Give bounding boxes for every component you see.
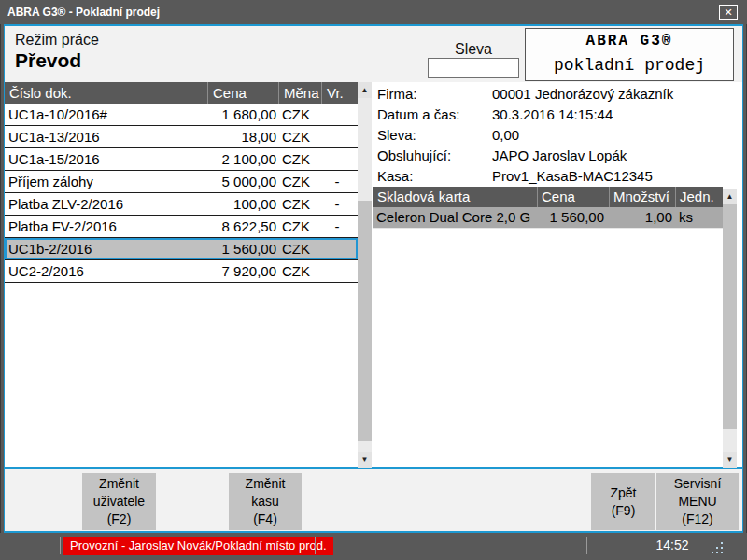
column-header-doc: Číslo dok. [5,82,207,104]
logo-line1: ABRA G3® [526,33,733,49]
documents-scrollbar[interactable]: ▲ ▼ [358,82,372,468]
scrollbar-thumb[interactable] [723,204,737,429]
table-row[interactable]: UC2-2/2016 7 920,00 CZK [5,260,358,283]
status-bar: Provozní - Jaroslav Novák/Pokladní místo… [0,533,747,560]
documents-table-header: Číslo dok. Cena Měna Vr. [5,82,358,104]
scrollbar-thumb[interactable] [358,201,372,441]
column-header-item-price: Cena [537,187,609,207]
title-bar[interactable]: ABRA G3® - Pokladní prodej ✕ [0,0,747,24]
column-header-unit: Jedn. [675,187,723,207]
table-row-selected[interactable]: UC1b-2/2016 1 560,00 CZK [5,238,358,260]
table-row[interactable]: Příjem zálohy 5 000,00 CZK - [5,171,358,193]
table-row[interactable]: UC1a-13/2016 18,00 CZK [5,126,358,148]
info-row-register: Kasa: Prov1_KasaB-MAC12345 [374,166,723,187]
app-logo: ABRA G3® pokladní prodej [525,28,734,81]
app-window: ABRA G3® - Pokladní prodej ✕ Režim práce… [0,0,747,560]
status-divider [641,537,641,554]
panel-divider-horizontal [5,467,742,469]
discount-input[interactable] [428,58,519,78]
column-header-vr: Vr. [321,82,358,104]
close-icon[interactable]: ✕ [719,5,738,20]
items-table-header: Skladová karta Cena Množství Jedn. [374,187,723,207]
frame-border-right [742,24,743,533]
resize-grip-icon[interactable] [721,542,723,544]
change-register-button[interactable]: Změnit kasu (F4) [229,473,302,530]
column-header-currency: Měna [278,82,321,104]
table-row[interactable]: Platba FV-2/2016 8 622,50 CZK - [5,216,358,238]
info-row-datetime: Datum a čas: 30.3.2016 14:15:44 [374,105,723,125]
column-header-quantity: Množství [609,187,675,207]
scroll-up-icon[interactable]: ▲ [723,189,737,204]
info-row-firma: Firma: 00001 Jednorázový zákazník [374,84,723,105]
logo-line2: pokladní prodej [526,56,733,75]
column-header-card: Skladová karta [374,187,537,207]
discount-label: Sleva [428,41,519,58]
window-title: ABRA G3® - Pokladní prodej [7,0,160,24]
change-user-button[interactable]: Změnit uživatele (F2) [82,473,156,530]
scroll-up-icon[interactable]: ▲ [358,82,372,98]
status-divider [315,537,316,554]
status-divider [586,537,587,554]
column-header-price: Cena [207,82,278,104]
scroll-down-icon[interactable]: ▼ [358,452,372,468]
info-row-operator: Obsluhující: JAPO Jaroslav Lopák [374,146,723,166]
status-divider [60,537,61,554]
items-scrollbar[interactable]: ▲ ▼ [723,189,737,468]
work-mode-label: Režim práce [15,32,99,49]
scroll-down-icon[interactable]: ▼ [723,452,737,468]
back-button[interactable]: Zpět (F9) [591,473,655,530]
info-row-discount: Sleva: 0,00 [374,125,723,146]
status-clock: 14:52 [648,538,697,553]
table-row[interactable]: UC1a-10/2016# 1 680,00 CZK [5,104,358,126]
item-row-selected[interactable]: Celeron Dual Core 2,0 G 1 560,00 1,00 ks [374,207,723,229]
work-mode-value: Převod [15,49,81,72]
status-message-badge: Provozní - Jaroslav Novák/Pokladní místo… [63,537,333,555]
table-row[interactable]: Platba ZLV-2/2016 100,00 CZK - [5,193,358,216]
service-menu-button[interactable]: Servisní MENU (F12) [656,473,739,530]
table-row[interactable]: UC1a-15/2016 2 100,00 CZK [5,148,358,171]
